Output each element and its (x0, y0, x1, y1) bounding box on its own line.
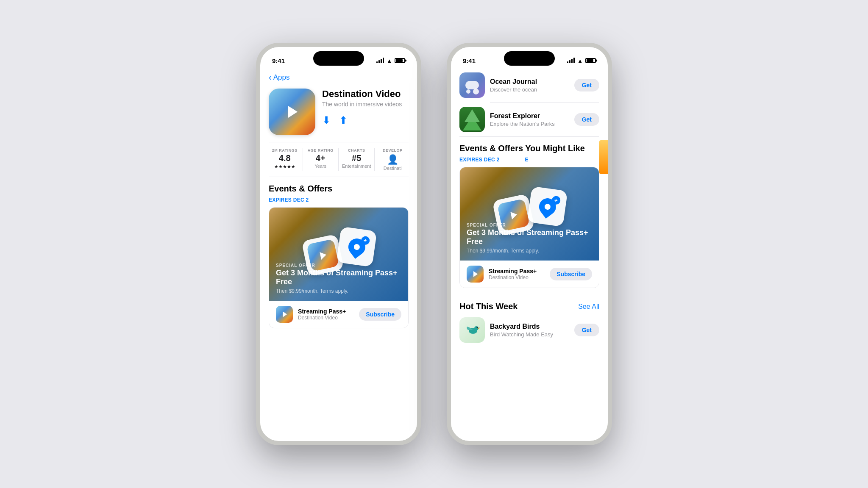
forest-explorer-name: Forest Explorer (490, 112, 569, 120)
event-banner-1: + SPECIAL OFFER Get 3 Months of Streamin… (269, 208, 408, 301)
screen-1[interactable]: ‹ Apps Destination Video The world in im… (260, 68, 417, 335)
hot-week-title: Hot This Week (459, 302, 517, 311)
events-section: Events & Offers EXPIRES DEC 2 (260, 177, 417, 328)
event-bottom: Streaming Pass+ Destination Video Subscr… (269, 301, 408, 328)
streaming-app-name: Streaming Pass+ (298, 308, 354, 315)
svg-point-1 (474, 326, 479, 330)
expires-badge-3: E (525, 157, 529, 163)
wifi-icon: ▲ (387, 58, 392, 64)
rating-count: 2M RATINGS 4.8 ★★★★★ (267, 148, 303, 171)
rating-charts: CHARTS #5 Entertainment (339, 148, 375, 171)
signal-icon-2 (567, 58, 575, 63)
banner-overlay: SPECIAL OFFER Get 3 Months of Streaming … (269, 256, 408, 301)
download-icon[interactable]: ⬇ (322, 114, 331, 126)
age-value: 4+ (306, 153, 335, 163)
special-offer-label: SPECIAL OFFER (276, 263, 401, 268)
events-title-2: Events & Offers You Might Like (451, 137, 608, 155)
subscribe-button-2[interactable]: Subscribe (550, 268, 592, 280)
chevron-left-icon: ‹ (269, 73, 272, 81)
app-name: Destination Video (322, 89, 409, 100)
list-item-backyard-birds[interactable]: Backyard Birds Bird Watching Made Easy G… (451, 313, 608, 347)
back-button[interactable]: ‹ Apps (269, 73, 289, 82)
back-nav: ‹ Apps (260, 68, 417, 85)
status-icons-1: ▲ (376, 58, 405, 64)
streaming-icon-2 (467, 266, 484, 283)
ocean-journal-info: Ocean Journal Discover the ocean (490, 78, 569, 93)
banner-overlay-2: SPECIAL OFFER Get 3 Months of Streaming … (460, 216, 599, 261)
expires-row: EXPIRES DEC 2 E (451, 155, 608, 167)
time-2: 9:41 (463, 57, 476, 64)
rating-count-label: 2M RATINGS (270, 148, 299, 152)
rating-age: AGE RATING 4+ Years (303, 148, 339, 171)
app-header: Destination Video The world in immersive… (260, 85, 417, 142)
subscribe-button[interactable]: Subscribe (359, 308, 401, 321)
wifi-icon-2: ▲ (577, 58, 583, 64)
battery-icon (395, 58, 405, 63)
event-card-1[interactable]: + SPECIAL OFFER Get 3 Months of Streamin… (269, 207, 409, 328)
app-title-section: Destination Video The world in immersive… (322, 89, 409, 126)
time-1: 9:41 (272, 57, 285, 64)
charts-sub: Entertainment (342, 164, 371, 169)
backyard-birds-name: Backyard Birds (490, 323, 569, 330)
expires-badge: EXPIRES DEC 2 (260, 195, 417, 207)
event-banner-2: + SPECIAL OFFER Get 3 Months of Streamin… (460, 167, 599, 261)
offer-sub: Then $9.99/month. Terms apply. (276, 288, 401, 294)
status-icons-2: ▲ (567, 58, 596, 64)
dynamic-island-2 (504, 51, 555, 66)
event-bottom-2: Streaming Pass+ Destination Video Subscr… (460, 261, 599, 288)
offer-sub-2: Then $9.99/month. Terms apply. (467, 248, 592, 254)
phone-2: 9:41 ▲ (447, 43, 612, 445)
play-triangle-icon (288, 106, 298, 118)
event-card-2[interactable]: + SPECIAL OFFER Get 3 Months of Streamin… (459, 167, 599, 288)
list-item-ocean-journal[interactable]: Ocean Journal Discover the ocean Get (451, 68, 608, 102)
dev-icon: 👤 (378, 154, 407, 165)
charts-value: #5 (342, 153, 371, 163)
get-button-birds[interactable]: Get (574, 324, 599, 336)
streaming-info-2: Streaming Pass+ Destination Video (489, 268, 545, 280)
dev-label: DEVELOP (378, 148, 407, 152)
signal-icon (376, 58, 384, 63)
ratings-row: 2M RATINGS 4.8 ★★★★★ AGE RATING 4+ Years… (260, 142, 417, 177)
screen-2[interactable]: Ocean Journal Discover the ocean Get (451, 68, 608, 355)
app-icon-destination-video (269, 89, 315, 135)
back-label: Apps (273, 73, 290, 82)
list-item-forest-explorer[interactable]: Forest Explorer Explore the Nation's Par… (451, 103, 608, 136)
offer-title-2: Get 3 Months of Streaming Pass+ Free (467, 228, 592, 247)
dev-sub: Destinati (378, 166, 407, 171)
get-button-forest[interactable]: Get (574, 113, 599, 126)
events-section-2: Events & Offers You Might Like EXPIRES D… (451, 137, 608, 288)
expires-badge-2: EXPIRES DEC 2 (459, 157, 500, 163)
streaming-icon (276, 306, 293, 323)
see-all-link[interactable]: See All (578, 303, 599, 311)
accent-strip (599, 140, 608, 174)
forest-explorer-info: Forest Explorer Explore the Nation's Par… (490, 112, 569, 127)
streaming-app-sub-2: Destination Video (489, 274, 545, 280)
events-title: Events & Offers (260, 177, 417, 195)
forest-explorer-icon (459, 107, 485, 132)
rating-dev: DEVELOP 👤 Destinati (375, 148, 410, 171)
offer-title: Get 3 Months of Streaming Pass+ Free (276, 269, 401, 287)
dynamic-island-1 (313, 51, 364, 66)
app-actions: ⬇ ⬆ (322, 114, 409, 126)
rating-score: 4.8 (270, 153, 299, 163)
svg-point-2 (477, 327, 478, 328)
app-subtitle: The world in immersive videos (322, 101, 409, 108)
backyard-birds-info: Backyard Birds Bird Watching Made Easy (490, 323, 569, 338)
forest-explorer-sub: Explore the Nation's Parks (490, 121, 569, 127)
hot-week-header: Hot This Week See All (451, 295, 608, 313)
streaming-info: Streaming Pass+ Destination Video (298, 308, 354, 321)
battery-icon-2 (585, 58, 596, 63)
backyard-birds-sub: Bird Watching Made Easy (490, 331, 569, 338)
ocean-journal-name: Ocean Journal (490, 78, 569, 86)
streaming-app-name-2: Streaming Pass+ (489, 268, 545, 274)
share-icon[interactable]: ⬆ (339, 114, 348, 126)
ocean-journal-sub: Discover the ocean (490, 86, 569, 93)
ocean-journal-icon (459, 72, 485, 98)
get-button-ocean[interactable]: Get (574, 79, 599, 92)
age-label: AGE RATING (306, 148, 335, 152)
backyard-birds-icon (459, 317, 485, 343)
charts-label: CHARTS (342, 148, 371, 152)
age-sub: Years (306, 164, 335, 169)
special-offer-label-2: SPECIAL OFFER (467, 223, 592, 227)
hot-week-section: Hot This Week See All (451, 295, 608, 355)
